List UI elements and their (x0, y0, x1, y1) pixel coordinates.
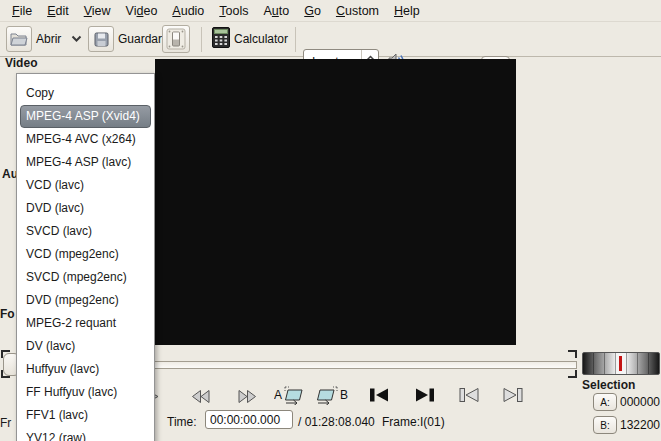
menu-video[interactable]: Video (120, 2, 164, 20)
codec-item-mpeg-4-asp-lavc[interactable]: MPEG-4 ASP (lavc) (17, 151, 154, 174)
duration-text: / 01:28:08.040 (298, 415, 375, 429)
codec-item-mpeg-4-avc-x264[interactable]: MPEG-4 AVC (x264) (17, 128, 154, 151)
codec-item-svcd-mpeg2enc[interactable]: SVCD (mpeg2enc) (17, 266, 154, 289)
folder-open-icon (6, 26, 32, 52)
codec-item-mpeg-4-asp-xvid4[interactable]: MPEG-4 ASP (Xvid4) (20, 105, 151, 128)
codec-item-dvd-mpeg2enc[interactable]: DVD (mpeg2enc) (17, 289, 154, 312)
next-keyframe-button[interactable] (415, 388, 435, 405)
save-icon (88, 26, 114, 52)
menu-edit[interactable]: Edit (41, 2, 75, 20)
toolbar-separator (295, 27, 296, 52)
frame-label-fragment: Fr (0, 416, 11, 430)
toolbar-separator (201, 27, 202, 52)
video-section-label: Video (5, 56, 37, 70)
marker-a-label: A: (600, 397, 609, 408)
svg-text:B: B (340, 388, 348, 402)
menu-go[interactable]: Go (298, 2, 327, 20)
calculator-button-label: Calculator (234, 32, 288, 46)
marker-a-button[interactable]: A (274, 385, 306, 408)
jog-shuttle-wheel[interactable] (582, 352, 660, 375)
next-frame-button[interactable] (503, 388, 523, 405)
menu-file[interactable]: File (6, 2, 38, 20)
time-label: Time: (167, 415, 197, 429)
menu-help[interactable]: Help (388, 2, 426, 20)
menubar: FileEditViewVideoAudioToolsAutoGoCustomH… (0, 0, 661, 22)
switch-icon (162, 25, 190, 53)
codec-item-vcd-mpeg2enc[interactable]: VCD (mpeg2enc) (17, 243, 154, 266)
format-section-label: Fo (0, 307, 15, 321)
open-button-label: Abrir (36, 32, 61, 46)
menu-auto[interactable]: Auto (258, 2, 296, 20)
rewind-button[interactable] (191, 389, 210, 407)
codec-item-dv-lavc[interactable]: DV (lavc) (17, 335, 154, 358)
prev-frame-button[interactable] (459, 388, 479, 405)
codec-item-huffyuv-lavc[interactable]: Huffyuv (lavc) (17, 358, 154, 381)
marker-a-value: 000000 (620, 395, 660, 409)
switch-button[interactable] (162, 24, 190, 54)
codec-item-mpeg-2-requant[interactable]: MPEG-2 requant (17, 312, 154, 335)
selection-title: Selection (582, 378, 635, 392)
codec-item-copy[interactable]: Copy (17, 82, 154, 105)
codec-menu: CopyMPEG-4 ASP (Xvid4)MPEG-4 AVC (x264)M… (16, 73, 155, 441)
menu-custom[interactable]: Custom (330, 2, 385, 20)
jog-pointer (619, 356, 622, 371)
menu-tools[interactable]: Tools (213, 2, 254, 20)
frame-info-text: Frame:I(01) (382, 415, 445, 429)
set-marker-a-button[interactable]: A: (593, 393, 617, 411)
codec-item-vcd-lavc[interactable]: VCD (lavc) (17, 174, 154, 197)
codec-item-yv12-raw[interactable]: YV12 (raw) (17, 427, 154, 441)
open-button[interactable]: Abrir (6, 24, 82, 54)
chevron-down-icon[interactable] (71, 32, 82, 46)
codec-item-ffv1-lavc[interactable]: FFV1 (lavc) (17, 404, 154, 427)
marker-b-value: 132200 (620, 418, 660, 432)
codec-item-svcd-lavc[interactable]: SVCD (lavc) (17, 220, 154, 243)
selection-marker-b-bracket (568, 350, 577, 358)
save-button[interactable]: Guardar (88, 24, 162, 54)
marker-b-label: B: (600, 420, 609, 431)
video-preview (155, 59, 516, 345)
selection-marker-b-bracket (568, 370, 577, 378)
avidemux-window: FileEditViewVideoAudioToolsAutoGoCustomH… (0, 0, 661, 441)
codec-item-dvd-lavc[interactable]: DVD (lavc) (17, 197, 154, 220)
fast-forward-button[interactable] (238, 389, 257, 407)
marker-b-button[interactable]: B (316, 385, 348, 408)
toolbar: Abrir Guardar (0, 22, 661, 57)
save-button-label: Guardar (118, 32, 162, 46)
calculator-icon (212, 27, 230, 51)
codec-item-ff-huffyuv-lavc[interactable]: FF Huffyuv (lavc) (17, 381, 154, 404)
menu-audio[interactable]: Audio (166, 2, 210, 20)
prev-keyframe-button[interactable] (369, 388, 389, 405)
calculator-button[interactable]: Calculator (212, 24, 288, 54)
menu-view[interactable]: View (78, 2, 117, 20)
time-input[interactable] (205, 410, 293, 429)
svg-text:A: A (274, 388, 282, 402)
set-marker-b-button[interactable]: B: (593, 416, 617, 434)
